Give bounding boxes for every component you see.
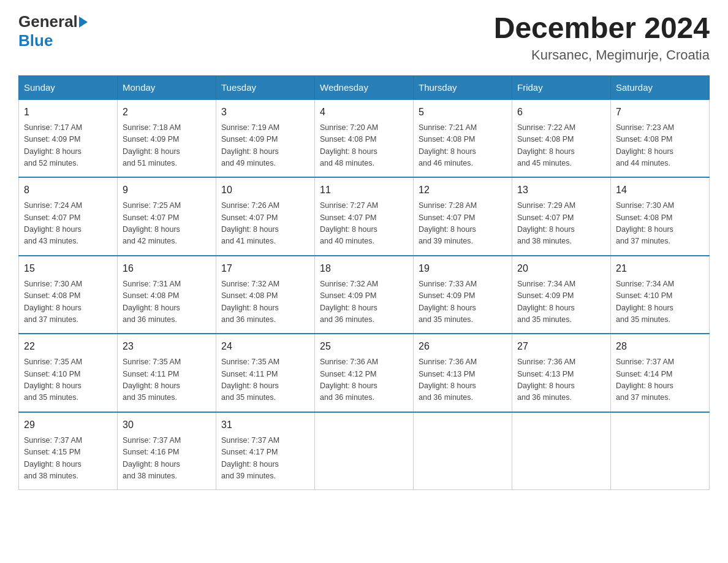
day-number: 3 [221,105,309,120]
table-row: 20Sunrise: 7:34 AMSunset: 4:09 PMDayligh… [512,256,611,334]
day-info: Sunrise: 7:33 AMSunset: 4:09 PMDaylight:… [419,278,507,326]
table-row [611,412,710,490]
day-info: Sunrise: 7:20 AMSunset: 4:08 PMDaylight:… [320,122,408,170]
table-row: 12Sunrise: 7:28 AMSunset: 4:07 PMDayligh… [414,177,512,256]
calendar-week-row: 15Sunrise: 7:30 AMSunset: 4:08 PMDayligh… [19,256,710,334]
logo-arrow-icon [79,17,88,28]
day-info: Sunrise: 7:21 AMSunset: 4:08 PMDaylight:… [419,122,507,170]
day-info: Sunrise: 7:26 AMSunset: 4:07 PMDaylight:… [221,200,309,248]
day-number: 11 [320,183,408,197]
title-block: December 2024 Kursanec, Megimurje, Croat… [494,12,710,63]
header-sunday: Sunday [19,75,118,99]
table-row: 11Sunrise: 7:27 AMSunset: 4:07 PMDayligh… [315,177,414,256]
day-info: Sunrise: 7:18 AMSunset: 4:09 PMDaylight:… [123,122,211,170]
day-info: Sunrise: 7:27 AMSunset: 4:07 PMDaylight:… [320,200,408,248]
header-wednesday: Wednesday [315,75,414,99]
day-info: Sunrise: 7:36 AMSunset: 4:13 PMDaylight:… [517,356,605,404]
calendar-week-row: 8Sunrise: 7:24 AMSunset: 4:07 PMDaylight… [19,177,710,256]
day-info: Sunrise: 7:25 AMSunset: 4:07 PMDaylight:… [123,200,211,248]
day-info: Sunrise: 7:35 AMSunset: 4:10 PMDaylight:… [24,356,112,404]
day-number: 30 [123,418,211,432]
day-number: 5 [419,105,507,120]
day-number: 25 [320,339,408,354]
day-info: Sunrise: 7:37 AMSunset: 4:17 PMDaylight:… [221,435,309,483]
day-info: Sunrise: 7:36 AMSunset: 4:13 PMDaylight:… [419,356,507,404]
table-row: 8Sunrise: 7:24 AMSunset: 4:07 PMDaylight… [19,177,118,256]
calendar-table: Sunday Monday Tuesday Wednesday Thursday… [18,75,710,491]
day-number: 31 [221,418,309,432]
day-number: 14 [616,183,704,197]
day-info: Sunrise: 7:23 AMSunset: 4:08 PMDaylight:… [616,122,704,170]
day-info: Sunrise: 7:36 AMSunset: 4:12 PMDaylight:… [320,356,408,404]
table-row: 30Sunrise: 7:37 AMSunset: 4:16 PMDayligh… [118,412,216,490]
day-info: Sunrise: 7:30 AMSunset: 4:08 PMDaylight:… [24,278,112,326]
table-row: 6Sunrise: 7:22 AMSunset: 4:08 PMDaylight… [512,99,611,178]
table-row: 19Sunrise: 7:33 AMSunset: 4:09 PMDayligh… [414,256,512,334]
table-row: 22Sunrise: 7:35 AMSunset: 4:10 PMDayligh… [19,334,118,412]
day-info: Sunrise: 7:17 AMSunset: 4:09 PMDaylight:… [24,122,112,170]
calendar-week-row: 1Sunrise: 7:17 AMSunset: 4:09 PMDaylight… [19,99,710,178]
calendar-title: December 2024 [494,12,710,45]
page-header: General Blue December 2024 Kursanec, Meg… [18,12,710,63]
day-number: 15 [24,261,112,276]
day-number: 17 [221,261,309,276]
calendar-week-row: 29Sunrise: 7:37 AMSunset: 4:15 PMDayligh… [19,412,710,490]
header-friday: Friday [512,75,611,99]
day-number: 26 [419,339,507,354]
table-row: 18Sunrise: 7:32 AMSunset: 4:09 PMDayligh… [315,256,414,334]
day-number: 13 [517,183,605,197]
header-monday: Monday [118,75,216,99]
day-number: 28 [616,339,704,354]
day-info: Sunrise: 7:29 AMSunset: 4:07 PMDaylight:… [517,200,605,248]
table-row: 28Sunrise: 7:37 AMSunset: 4:14 PMDayligh… [611,334,710,412]
day-number: 8 [24,183,112,197]
calendar-header-row: Sunday Monday Tuesday Wednesday Thursday… [19,75,710,99]
day-number: 19 [419,261,507,276]
table-row: 26Sunrise: 7:36 AMSunset: 4:13 PMDayligh… [414,334,512,412]
header-saturday: Saturday [611,75,710,99]
day-number: 27 [517,339,605,354]
day-info: Sunrise: 7:35 AMSunset: 4:11 PMDaylight:… [221,356,309,404]
day-number: 29 [24,418,112,432]
day-info: Sunrise: 7:37 AMSunset: 4:16 PMDaylight:… [123,435,211,483]
day-number: 21 [616,261,704,276]
table-row: 29Sunrise: 7:37 AMSunset: 4:15 PMDayligh… [19,412,118,490]
day-number: 9 [123,183,211,197]
day-number: 24 [221,339,309,354]
header-tuesday: Tuesday [216,75,315,99]
day-number: 22 [24,339,112,354]
table-row: 7Sunrise: 7:23 AMSunset: 4:08 PMDaylight… [611,99,710,178]
table-row: 21Sunrise: 7:34 AMSunset: 4:10 PMDayligh… [611,256,710,334]
table-row [512,412,611,490]
day-number: 4 [320,105,408,120]
table-row: 14Sunrise: 7:30 AMSunset: 4:08 PMDayligh… [611,177,710,256]
table-row: 4Sunrise: 7:20 AMSunset: 4:08 PMDaylight… [315,99,414,178]
day-number: 20 [517,261,605,276]
table-row: 5Sunrise: 7:21 AMSunset: 4:08 PMDaylight… [414,99,512,178]
day-info: Sunrise: 7:34 AMSunset: 4:10 PMDaylight:… [616,278,704,326]
day-info: Sunrise: 7:22 AMSunset: 4:08 PMDaylight:… [517,122,605,170]
table-row: 31Sunrise: 7:37 AMSunset: 4:17 PMDayligh… [216,412,315,490]
day-info: Sunrise: 7:34 AMSunset: 4:09 PMDaylight:… [517,278,605,326]
table-row: 16Sunrise: 7:31 AMSunset: 4:08 PMDayligh… [118,256,216,334]
table-row [414,412,512,490]
day-info: Sunrise: 7:32 AMSunset: 4:09 PMDaylight:… [320,278,408,326]
table-row: 24Sunrise: 7:35 AMSunset: 4:11 PMDayligh… [216,334,315,412]
day-number: 1 [24,105,112,120]
logo-general-text: General [18,12,78,31]
logo-blue-text: Blue [18,31,53,50]
logo: General Blue [18,12,89,50]
table-row: 13Sunrise: 7:29 AMSunset: 4:07 PMDayligh… [512,177,611,256]
day-number: 6 [517,105,605,120]
calendar-subtitle: Kursanec, Megimurje, Croatia [494,47,710,63]
table-row: 9Sunrise: 7:25 AMSunset: 4:07 PMDaylight… [118,177,216,256]
table-row [315,412,414,490]
day-number: 12 [419,183,507,197]
day-number: 2 [123,105,211,120]
day-info: Sunrise: 7:35 AMSunset: 4:11 PMDaylight:… [123,356,211,404]
day-number: 10 [221,183,309,197]
day-number: 23 [123,339,211,354]
day-info: Sunrise: 7:37 AMSunset: 4:15 PMDaylight:… [24,435,112,483]
table-row: 17Sunrise: 7:32 AMSunset: 4:08 PMDayligh… [216,256,315,334]
day-info: Sunrise: 7:37 AMSunset: 4:14 PMDaylight:… [616,356,704,404]
